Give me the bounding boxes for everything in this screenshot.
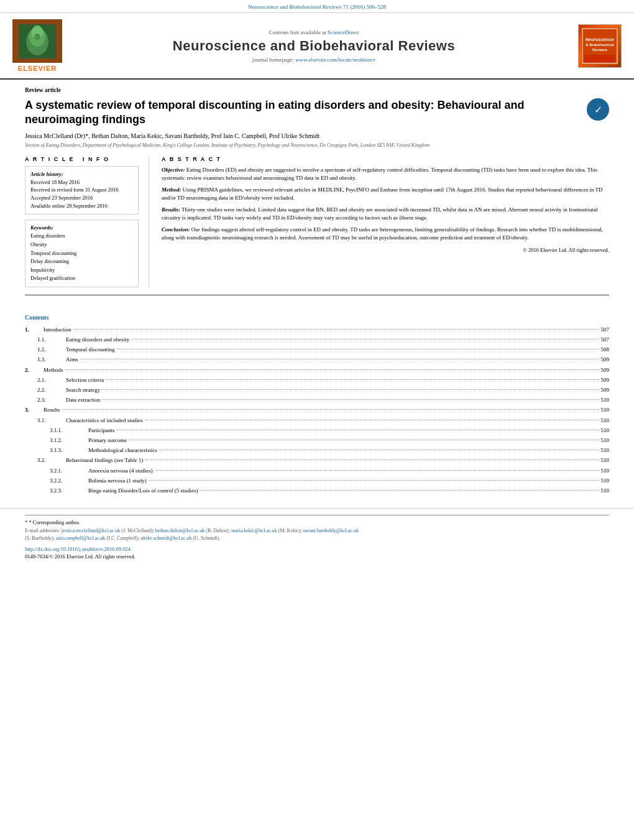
toc-item-3-1-1: 3.1.1. Participants 510 [25,425,609,435]
toc-number: 3.1. [37,415,66,425]
objective-label: Objective: [162,167,185,173]
toc-number: 1.1. [37,335,66,344]
email-schmidt[interactable]: ulrike.schmidt@kcl.ac.uk [140,535,191,541]
page-container: Neuroscience and Biobehavioral Reviews 7… [0,0,634,840]
toc-label[interactable]: Participants [88,425,115,435]
email-mcclelland[interactable]: jessica.mcclelland@kcl.ac.uk [62,528,121,533]
toc-label[interactable]: Aims [66,354,78,364]
toc-dots [117,430,599,430]
toc-page: 509 [601,354,610,364]
svg-point-5 [34,34,40,40]
abstract-header: A B S T R A C T [162,156,609,162]
abstract-text: Objective: Eating Disorders (ED) and obe… [162,166,609,254]
toc-label[interactable]: Temporal discounting [66,344,115,354]
toc-label[interactable]: Characteristics of included studies [66,415,143,425]
toc-item-1-1: 1.1. Eating disorders and obesity 507 [25,335,609,344]
keywords-label: Keywords: [30,224,133,233]
toc-label[interactable]: Methods [44,365,63,375]
toc-list: 1. Introduction 507 1.1. Eating disorder… [25,325,609,496]
revised-date: Received in revised form 31 August 2016 [30,186,133,194]
toc-item-3-2-1: 3.2.1. Anorexia nervosa (4 studies) 510 [25,466,609,476]
toc-label[interactable]: Bulimia nervosa (1 study) [88,476,147,486]
toc-number: 1. [25,325,44,335]
results-label: Results: [162,206,180,213]
email-campbell[interactable]: iain.campbell@kcl.ac.uk [56,535,106,541]
journal-center: Contents lists available at ScienceDirec… [62,29,566,63]
top-journal-link[interactable]: Neuroscience and Biobehavioral Reviews 7… [0,0,634,13]
toc-number: 3.1.2. [50,435,88,445]
article-title-row: A systematic review of temporal discount… [25,98,609,127]
toc-dots [149,480,599,481]
toc-label[interactable]: Eating disorders and obesity [66,335,129,344]
toc-label[interactable]: Selection criteria [66,375,104,385]
toc-page: 509 [601,385,610,395]
toc-dots [145,420,599,420]
toc-item-2: 2. Methods 509 [25,365,609,375]
sciencedirect-link[interactable]: ScienceDirect [328,29,359,35]
abstract-conclusion: Conclusion: Our findings suggest altered… [162,226,609,242]
toc-number: 3.2.1. [50,466,88,476]
toc-page: 510 [601,435,610,445]
homepage-link[interactable]: www.elsevier.com/locate/neubiorev [295,57,375,63]
toc-label[interactable]: Introduction [44,325,71,335]
history-label: Article history: [30,170,133,178]
corresponding-author-note: * * Corresponding author. [25,519,609,525]
toc-item-3-2-3: 3.2.3. Binge eating Disorder/Loss of con… [25,486,609,496]
toc-page: 510 [601,425,610,435]
toc-label[interactable]: Search strategy [66,385,100,395]
toc-text: Eating disorders and obesity 507 [66,335,609,344]
toc-number: 2.2. [37,385,66,395]
journal-header: ELSEVIER Contents lists available at Sci… [0,13,634,80]
toc-label[interactable]: Data extraction [66,395,100,405]
keyword-2: Obesity [30,241,133,249]
email-bartholdy[interactable]: savani.bartholdy@kcl.ac.uk [303,528,359,533]
toc-dots [159,450,599,450]
keywords-box: Keywords: Eating disorders Obesity Tempo… [25,219,139,287]
available-date: Available online 28 September 2016 [30,202,133,210]
toc-dots [102,399,599,400]
toc-text: Temporal discounting 508 [66,344,609,354]
toc-dots [106,379,599,380]
svg-text:Neuroscience: Neuroscience [586,37,614,42]
doi-line[interactable]: http://dx.doi.org/10.1016/j.neubiorev.20… [25,546,609,552]
toc-page: 510 [601,395,610,405]
footer-section: * * Corresponding author. E-mail address… [0,508,634,566]
keyword-5: Impulsivity [30,266,133,275]
email-line: E-mail addresses: jessica.mcclelland@kcl… [25,527,609,542]
toc-number: 3.2.3. [50,486,88,496]
toc-dots [145,459,599,460]
toc-item-2-2: 2.2. Search strategy 509 [25,385,609,395]
toc-label[interactable]: Primary outcome [88,435,127,445]
toc-item-1: 1. Introduction 507 [25,325,609,335]
conclusion-label: Conclusion: [162,226,190,233]
keyword-3: Temporal discounting [30,249,133,258]
journal-homepage: journal homepage: www.elsevier.com/locat… [62,57,566,63]
email-dalton[interactable]: bethan.dalton@kcl.ac.uk [155,528,205,533]
toc-label[interactable]: Behavioural findings (see Table 1) [66,455,143,465]
toc-item-3-1: 3.1. Characteristics of included studies… [25,415,609,425]
email-kekic[interactable]: maria.kekic@kcl.ac.uk [231,528,277,533]
toc-item-1-3: 1.3. Aims 509 [25,354,609,364]
toc-label[interactable]: Methodological characteristics [88,445,157,455]
article-body: Review article A systematic review of te… [0,80,634,314]
toc-dots [200,490,599,491]
toc-label[interactable]: Results [44,405,60,415]
toc-number: 3.1.3. [50,445,88,455]
toc-label[interactable]: Anorexia nervosa (4 studies) [88,466,153,476]
two-col-section: A R T I C L E I N F O Article history: R… [25,156,609,287]
toc-text: Methodological characteristics 510 [88,445,609,455]
toc-number: 1.3. [37,354,66,364]
toc-text: Characteristics of included studies 510 [66,415,609,425]
method-label: Method: [162,187,181,193]
toc-page: 509 [601,365,610,375]
toc-number: 3.2.2. [50,476,88,486]
abstract-method: Method: Using PRISMA guidelines, we revi… [162,186,609,203]
toc-text: Data extraction 510 [66,395,609,405]
toc-text: Selection criteria 509 [66,375,609,385]
toc-text: Anorexia nervosa (4 studies) 510 [88,466,609,476]
toc-label[interactable]: Binge eating Disorder/Loss of control (5… [88,486,198,496]
toc-page: 508 [601,344,610,354]
toc-dots [80,359,599,359]
toc-page: 507 [601,335,610,344]
toc-text: Introduction 507 [44,325,609,335]
